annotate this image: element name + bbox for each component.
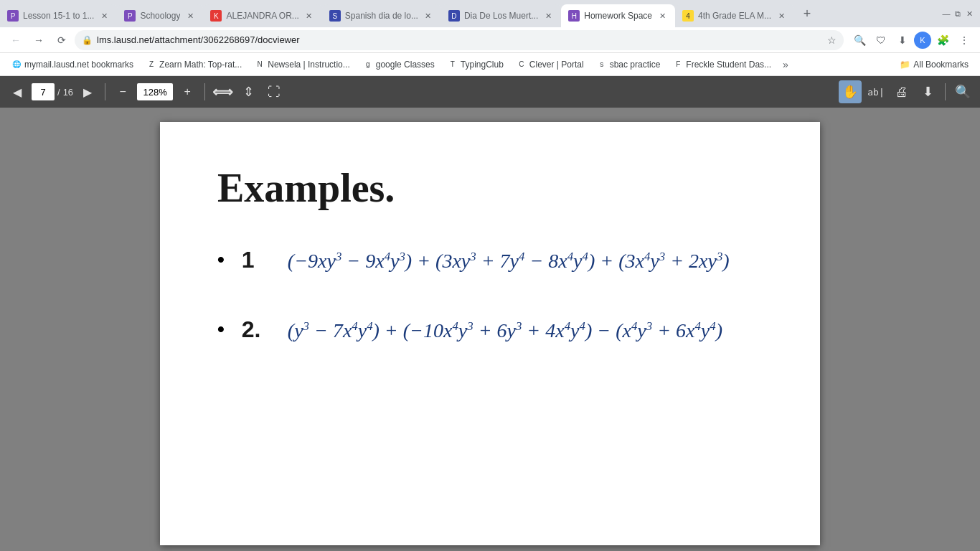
bookmark-label-mymail: mymail.lausd.net bookmarks	[24, 60, 133, 70]
tab-close-4thgrade[interactable]: ✕	[776, 10, 787, 22]
pdf-fit-width-button[interactable]: ⟺	[211, 80, 234, 103]
folder-icon: 📁	[900, 60, 910, 70]
address-icons: 🔍 🛡 ⬇ K 🧩 ⋮	[849, 30, 974, 50]
tab-close-schoology[interactable]: ✕	[184, 10, 196, 22]
back-button[interactable]: ←	[6, 30, 26, 50]
plus-icon: +	[184, 85, 190, 98]
bookmarks-folder[interactable]: 📁 All Bookmarks	[894, 58, 974, 71]
pdf-fit-height-button[interactable]: ⇕	[237, 80, 260, 103]
bookmark-favicon-zearn: Z	[146, 60, 156, 70]
tab-label-alejandra: ALEJANDRA OR...	[226, 11, 298, 21]
window-controls: — ⧉ ✕	[936, 9, 980, 19]
tab-spanish[interactable]: S Spanish dia de lo... ✕	[322, 4, 441, 27]
tab-alejandra[interactable]: K ALEJANDRA OR... ✕	[203, 4, 321, 27]
pdf-content: Examples. • 1 (−9xy3 − 9x4y3) + (3xy3 + …	[0, 108, 980, 551]
close-button[interactable]: ✕	[964, 9, 974, 19]
pdf-zoom-in-button[interactable]: +	[176, 80, 199, 103]
tab-close-lesson[interactable]: ✕	[98, 10, 110, 22]
tab-label-lesson: Lesson 15-1 to 1...	[23, 11, 94, 21]
bookmark-favicon-mymail: 🌐	[11, 60, 22, 70]
tab-close-spanish[interactable]: ✕	[423, 10, 434, 22]
bookmark-sbac[interactable]: s sbac practice	[591, 58, 666, 71]
bookmark-newsela[interactable]: N Newsela | Instructio...	[249, 58, 356, 71]
tab-favicon-4thgrade: 4	[682, 10, 694, 22]
bookmark-label-clever: Clever | Portal	[529, 60, 584, 70]
bookmark-label-google: google Classes	[376, 60, 435, 70]
pdf-separator-3	[945, 83, 946, 100]
chevron-left-icon: ◀	[13, 85, 22, 99]
chevron-right-icon: ▶	[83, 85, 92, 99]
forward-button[interactable]: →	[29, 30, 49, 50]
pdf-page-display: / 16	[32, 83, 73, 100]
bookmark-favicon-newsela: N	[255, 60, 265, 70]
url-bar[interactable]: 🔒 lms.lausd.net/attachment/3062268697/do…	[75, 30, 844, 50]
pdf-prev-button[interactable]: ◀	[6, 80, 29, 103]
pdf-toolbar-right: ✋ ab| 🖨 ⬇ 🔍	[839, 80, 974, 103]
bookmark-zearn[interactable]: Z Zearn Math: Top-rat...	[141, 58, 248, 71]
pdf-zoom-input[interactable]	[137, 83, 173, 100]
bookmark-favicon-freckle: F	[673, 60, 683, 70]
restore-button[interactable]: ⧉	[953, 9, 963, 19]
bookmarks-bar: 🌐 mymail.lausd.net bookmarks Z Zearn Mat…	[0, 53, 980, 76]
pdf-separator-2	[204, 83, 205, 100]
tab-schoology[interactable]: P Schoology ✕	[117, 4, 203, 27]
download-icon[interactable]: ⬇	[892, 30, 913, 50]
bookmarks-folder-label: All Bookmarks	[913, 60, 969, 70]
pdf-search-button[interactable]: 🔍	[951, 80, 974, 103]
pdf-text-tool-button[interactable]: ab|	[864, 80, 887, 103]
bookmark-typingclub[interactable]: T TypingClub	[442, 58, 509, 71]
tab-lesson[interactable]: P Lesson 15-1 to 1... ✕	[0, 4, 117, 27]
reload-button[interactable]: ⟳	[52, 30, 72, 50]
tab-label-dia: Dia De Los Muert...	[464, 11, 538, 21]
math-expression-1: (−9xy3 − 9x4y3) + (3xy3 + 7y4 − 8x4y4) +…	[288, 250, 730, 273]
menu-icon[interactable]: ⋮	[954, 30, 974, 50]
pdf-download-button[interactable]: ⬇	[916, 80, 939, 103]
bullet-number-1: 1	[242, 247, 270, 273]
tab-dia[interactable]: D Dia De Los Muert... ✕	[441, 4, 561, 27]
bookmark-label-zearn: Zearn Math: Top-rat...	[159, 60, 242, 70]
pdf-item-1: • 1 (−9xy3 − 9x4y3) + (3xy3 + 7y4 − 8x4y…	[217, 247, 763, 273]
tab-label-spanish: Spanish dia de lo...	[345, 11, 418, 21]
zoom-icon[interactable]: 🔍	[849, 30, 870, 50]
bullet-dot-1: •	[217, 248, 225, 271]
pdf-page-input[interactable]	[32, 83, 55, 100]
pdf-hand-tool-button[interactable]: ✋	[839, 80, 862, 103]
bookmark-mymail[interactable]: 🌐 mymail.lausd.net bookmarks	[6, 58, 139, 71]
bookmark-freckle[interactable]: F Freckle Student Das...	[667, 58, 777, 71]
tab-favicon-homework: H	[568, 10, 580, 22]
lock-icon: 🔒	[82, 35, 93, 45]
pdf-print-button[interactable]: 🖨	[890, 80, 913, 103]
tab-favicon-spanish: S	[329, 10, 341, 22]
bookmark-label-typing: TypingClub	[461, 60, 504, 70]
bookmark-label-freckle: Freckle Student Das...	[686, 60, 771, 70]
tab-close-dia[interactable]: ✕	[542, 10, 554, 22]
minus-icon: −	[119, 85, 126, 98]
tab-close-homework[interactable]: ✕	[656, 10, 668, 22]
tab-favicon-lesson: P	[7, 10, 19, 22]
tab-label-homework: Homework Space	[584, 11, 652, 21]
shield-icon[interactable]: 🛡	[871, 30, 891, 50]
pdf-page-separator: /	[57, 87, 60, 98]
pdf-next-button[interactable]: ▶	[76, 80, 99, 103]
math-expression-2: (y3 − 7x4y4) + (−10x4y3 + 6y3 + 4x4y4) −…	[288, 319, 722, 342]
new-tab-button[interactable]: +	[797, 4, 817, 24]
tab-close-alejandra[interactable]: ✕	[303, 10, 315, 22]
profile-icon[interactable]: K	[914, 32, 931, 49]
bookmark-favicon-typing: T	[448, 60, 458, 70]
pdf-item-2: • 2. (y3 − 7x4y4) + (−10x4y3 + 6y3 + 4x4…	[217, 316, 763, 343]
pdf-fullscreen-button[interactable]: ⛶	[263, 80, 286, 103]
pdf-zoom-out-button[interactable]: −	[111, 80, 134, 103]
bookmark-star-icon[interactable]: ☆	[827, 34, 837, 46]
tab-4thgrade[interactable]: 4 4th Grade ELA M... ✕	[675, 4, 794, 27]
bookmark-google-classes[interactable]: g google Classes	[357, 58, 440, 71]
pdf-page: Examples. • 1 (−9xy3 − 9x4y3) + (3xy3 + …	[160, 122, 820, 545]
tab-favicon-schoology: P	[124, 10, 136, 22]
bookmark-clever[interactable]: C Clever | Portal	[511, 58, 590, 71]
url-text: lms.lausd.net/attachment/3062268697/docv…	[97, 34, 823, 45]
tab-homework[interactable]: H Homework Space ✕	[561, 4, 675, 27]
title-bar: P Lesson 15-1 to 1... ✕ P Schoology ✕ K …	[0, 0, 980, 27]
tab-favicon-alejandra: K	[210, 10, 222, 22]
bookmarks-more-button[interactable]: »	[778, 57, 793, 72]
minimize-button[interactable]: —	[941, 9, 951, 19]
extensions-icon[interactable]: 🧩	[933, 30, 953, 50]
